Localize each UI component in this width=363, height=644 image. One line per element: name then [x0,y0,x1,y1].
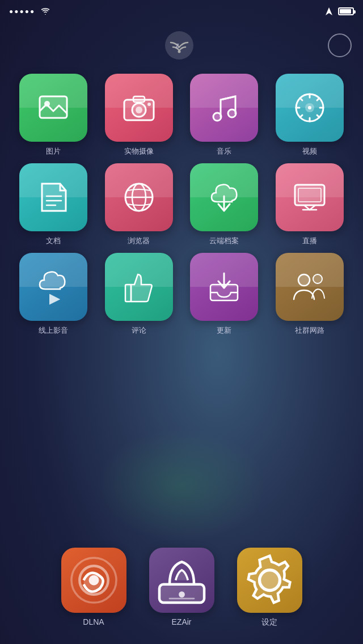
dock-icon-dlna [61,548,126,613]
status-bar: ●●●●● [0,0,363,23]
icon-box-live [276,163,344,231]
dock-label-settings: 设定 [261,617,277,628]
svg-point-29 [298,274,310,286]
icon-box-camera [105,74,173,142]
grid-item-camera[interactable]: 实物摄像 [100,74,179,156]
header: z [0,23,363,68]
icon-label-update: 更新 [217,325,231,336]
icon-label-live: 直播 [302,236,317,246]
svg-point-4 [44,101,50,107]
battery-icon [338,7,354,15]
grid-item-live[interactable]: 直播 [271,163,349,246]
dock-icon-settings [237,548,302,613]
grid-item-cloud[interactable]: 云端档案 [185,163,264,246]
svg-rect-23 [298,188,321,202]
dock-item-dlna[interactable]: DLNA [61,548,126,626]
icon-label-streaming: 线上影音 [39,325,68,336]
svg-point-9 [147,103,151,106]
spacer [0,341,363,358]
svg-point-12 [228,109,236,117]
svg-point-11 [213,113,221,121]
dock-icon-ezair [149,548,214,613]
icon-box-docs [19,163,87,231]
ezcast-logo-symbol: z [168,35,190,56]
dock-item-settings[interactable]: 设定 [237,548,302,628]
grid-item-photo[interactable]: 图片 [14,74,93,156]
svg-text:z: z [175,41,179,50]
icon-label-camera: 实物摄像 [124,146,154,156]
help-button[interactable] [328,33,352,57]
svg-point-15 [308,106,311,109]
icon-label-browser: 浏览器 [128,236,150,246]
icon-label-music: 音乐 [217,146,231,156]
grid-item-music[interactable]: 音乐 [185,74,264,156]
icon-box-streaming [19,253,87,321]
icon-box-music [190,74,258,142]
dock-item-ezair[interactable]: EZAir [149,548,214,626]
svg-point-35 [179,591,185,598]
icon-label-social: 社群网路 [295,325,324,336]
bottom-glow [96,429,267,542]
icon-label-review: 评论 [132,325,146,336]
grid-item-review[interactable]: 评论 [100,253,179,336]
status-right [326,7,354,15]
logo-container: z [165,31,198,60]
logo-icon: z [165,31,193,60]
signal-dots: ●●●●● [9,7,35,15]
svg-marker-0 [326,7,332,15]
svg-rect-27 [125,285,131,302]
location-icon [326,7,332,15]
icon-box-video [276,74,344,142]
icon-box-photo [19,74,87,142]
svg-point-30 [313,274,322,283]
svg-rect-3 [40,96,67,118]
icon-label-video: 视频 [302,146,317,156]
status-left: ●●●●● [9,7,50,15]
grid-item-streaming[interactable]: 线上影音 [14,253,93,336]
grid-item-browser[interactable]: 浏览器 [100,163,179,246]
svg-rect-8 [133,96,145,102]
grid-item-update[interactable]: 更新 [185,253,264,336]
dock-label-dlna: DLNA [83,617,104,626]
grid-item-social[interactable]: 社群网路 [271,253,349,336]
icon-box-cloud [190,163,258,231]
wifi-icon [41,8,50,15]
icon-label-photo: 图片 [46,146,61,156]
svg-line-10 [221,96,235,100]
grid-item-docs[interactable]: 文档 [14,163,93,246]
svg-point-33 [88,575,99,586]
grid-item-video[interactable]: 视频 [271,74,349,156]
dock: DLNA EZAir 设定 [0,539,363,644]
main-grid: 图片 实物摄像 音乐 视频 [0,68,363,341]
icon-label-docs: 文档 [46,236,61,246]
svg-point-1 [178,50,181,53]
icon-box-update [190,253,258,321]
icon-box-browser [105,163,173,231]
icon-box-social [276,253,344,321]
icon-label-cloud: 云端档案 [209,236,239,246]
dock-label-ezair: EZAir [172,617,192,626]
icon-box-review [105,253,173,321]
svg-point-7 [136,107,142,113]
